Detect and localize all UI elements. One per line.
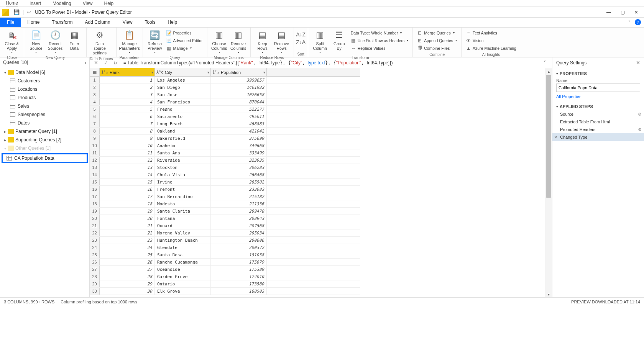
cell-rank[interactable]: 25 <box>100 251 155 258</box>
table-row[interactable]: 1010Anaheim349668 <box>90 142 360 149</box>
cell-rank[interactable]: 14 <box>100 171 155 178</box>
cell-city[interactable]: Sacramento <box>155 113 211 120</box>
table-row[interactable]: 99Bakersfield375699 <box>90 135 360 142</box>
query-customers[interactable]: Customers <box>0 77 89 85</box>
cell-population[interactable]: 306283 <box>211 164 267 171</box>
cell-rank[interactable]: 5 <box>100 106 155 113</box>
tab-add-column[interactable]: Add Column <box>79 18 117 27</box>
table-row[interactable]: 88Oakland421042 <box>90 128 360 135</box>
query-salespeoples[interactable]: Salespeoples <box>0 110 89 119</box>
cell-city[interactable]: Moreno Valley <box>155 229 211 236</box>
cell-population[interactable]: 266468 <box>211 171 267 178</box>
append-queries-button[interactable]: ⊞Append Queries▾ <box>416 37 458 44</box>
cell-population[interactable]: 211336 <box>211 200 267 207</box>
tab-tools[interactable]: Tools <box>138 18 161 27</box>
cell-rank[interactable]: 22 <box>100 229 155 236</box>
manage-parameters-button[interactable]: 📋Manage Parameters▾ <box>120 29 140 55</box>
table-row[interactable]: 1111Santa Ana333499 <box>90 149 360 157</box>
cell-population[interactable]: 174010 <box>211 273 267 280</box>
cell-rank[interactable]: 4 <box>100 98 155 105</box>
table-row[interactable]: 44San Francisco870044 <box>90 98 360 106</box>
cell-city[interactable]: Oxnard <box>155 222 211 229</box>
cell-city[interactable]: Long Beach <box>155 120 211 127</box>
cell-city[interactable]: Rancho Cucamonga <box>155 259 211 265</box>
cell-city[interactable]: Santa Clarita <box>155 208 211 215</box>
cell-population[interactable]: 209478 <box>211 208 267 215</box>
cell-rank[interactable]: 11 <box>100 149 155 156</box>
step-extracted-table[interactable]: Extracted Table From Html <box>552 118 644 126</box>
enter-data-button[interactable]: ▦Enter Data <box>66 29 83 51</box>
combine-files-button[interactable]: 🗐Combine Files <box>416 44 458 52</box>
cell-rank[interactable]: 30 <box>100 288 155 295</box>
tab-file[interactable]: File <box>0 18 21 27</box>
applied-steps-section[interactable]: ▾APPLIED STEPS <box>552 101 644 110</box>
cell-rank[interactable]: 2 <box>100 84 155 91</box>
first-row-headers-button[interactable]: ▦Use First Row as Headers▾ <box>350 37 410 44</box>
cell-rank[interactable]: 24 <box>100 244 155 251</box>
table-row[interactable]: 2424Glendale200372 <box>90 244 360 251</box>
scroll-down-icon[interactable]: ▾ <box>545 291 552 297</box>
vertical-scrollbar[interactable]: ▴ ▾ <box>545 68 552 297</box>
scroll-thumb[interactable] <box>546 75 551 198</box>
cell-population[interactable]: 468883 <box>211 120 267 127</box>
properties-button[interactable]: 📝Properties <box>165 29 204 36</box>
cell-city[interactable]: Modesto <box>155 200 211 207</box>
query-rename-input[interactable]: CA Population Data I <box>2 153 88 163</box>
table-row[interactable]: 22San Diego1401932 <box>90 84 360 91</box>
table-row[interactable]: 1414Chula Vista266468 <box>90 171 360 179</box>
cell-city[interactable]: San Bernardino <box>155 193 211 200</box>
cell-rank[interactable]: 27 <box>100 266 155 273</box>
split-column-button[interactable]: ▥Split Column▾ <box>311 29 329 55</box>
close-panel-icon[interactable]: ✕ <box>636 60 640 66</box>
cell-city[interactable]: Glendale <box>155 244 211 251</box>
gear-icon[interactable]: ⚙ <box>638 127 642 132</box>
table-row[interactable]: 2525Santa Rosa181038 <box>90 251 360 259</box>
cell-rank[interactable]: 10 <box>100 142 155 149</box>
table-row[interactable]: 3030Elk Grove168503 <box>90 288 360 295</box>
cell-rank[interactable]: 12 <box>100 157 155 164</box>
host-tab-home[interactable]: Home <box>6 0 18 7</box>
formula-text[interactable]: = Table.TransformColumnTypes(#"Promoted … <box>121 60 543 66</box>
remove-columns-button[interactable]: ▥Remove Columns▾ <box>230 29 247 55</box>
cell-rank[interactable]: 17 <box>100 193 155 200</box>
cell-population[interactable]: 522277 <box>211 106 267 113</box>
tab-home[interactable]: Home <box>21 18 46 27</box>
cell-rank[interactable]: 8 <box>100 128 155 134</box>
sort-asc-button[interactable]: A↓Z <box>297 31 305 38</box>
table-row[interactable]: 1919Santa Clarita209478 <box>90 208 360 215</box>
formula-commit-icon[interactable]: ✓ <box>101 59 110 67</box>
all-properties-link[interactable]: All Properties <box>556 92 640 101</box>
cell-rank[interactable]: 1 <box>100 77 155 84</box>
cell-population[interactable]: 375699 <box>211 135 267 142</box>
table-row[interactable]: 1212Riverside323935 <box>90 157 360 164</box>
tab-transform[interactable]: Transform <box>46 18 79 27</box>
step-changed-type[interactable]: ✕Changed Type <box>552 133 644 141</box>
cell-population[interactable]: 168503 <box>211 288 267 295</box>
cell-city[interactable]: Oceanside <box>155 266 211 273</box>
cell-city[interactable]: Irvine <box>155 179 211 185</box>
table-row[interactable]: 2323Huntington Beach200606 <box>90 237 360 244</box>
cell-population[interactable]: 3959657 <box>211 77 267 84</box>
manage-button[interactable]: ▦Manage▾ <box>165 44 204 52</box>
cell-population[interactable]: 181038 <box>211 251 267 258</box>
filter-dropdown-icon[interactable]: ▾ <box>151 70 153 74</box>
cell-rank[interactable]: 23 <box>100 237 155 244</box>
cell-population[interactable]: 207568 <box>211 222 267 229</box>
cell-city[interactable]: Santa Ana <box>155 149 211 156</box>
cell-city[interactable]: San Diego <box>155 84 211 91</box>
close-window-button[interactable]: ✕ <box>631 8 642 16</box>
formula-cancel-icon[interactable]: ✕ <box>91 59 100 67</box>
close-apply-button[interactable]: 🗎 ✕ Close & Apply ▾ <box>3 29 21 55</box>
host-tab-view[interactable]: View <box>83 1 93 6</box>
save-icon[interactable]: 💾 <box>13 9 20 15</box>
cell-city[interactable]: Fontana <box>155 215 211 222</box>
table-row[interactable]: 2222Moreno Valley205034 <box>90 229 360 237</box>
cell-rank[interactable]: 16 <box>100 186 155 193</box>
table-row[interactable]: 2626Rancho Cucamonga175679 <box>90 259 360 266</box>
folder-supporting-queries[interactable]: ▸Supporting Queries [2] <box>0 136 89 144</box>
cell-city[interactable]: Los Angeles <box>155 77 211 84</box>
grid-corner[interactable]: ▦ <box>90 68 100 76</box>
gear-icon[interactable]: ⚙ <box>638 112 642 117</box>
cell-rank[interactable]: 7 <box>100 120 155 127</box>
properties-section[interactable]: ▾PROPERTIES <box>552 68 644 77</box>
